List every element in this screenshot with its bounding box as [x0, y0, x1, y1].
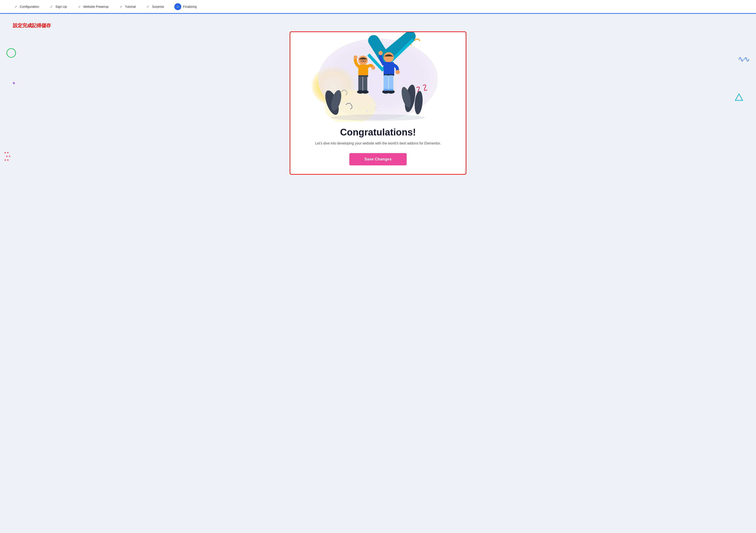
congrats-text-section: Congratulations! Let’s dive into develop…: [290, 122, 466, 165]
step-label-signup: Sign Up: [55, 5, 67, 9]
congrats-title: Congratulations!: [299, 127, 457, 138]
annotation-label: 設定完成記得儲存: [13, 22, 743, 29]
svg-point-20: [371, 66, 375, 70]
step-label-tutorial: Tutorial: [125, 5, 136, 9]
illustration-area: [290, 32, 466, 122]
step-label-surprise: Surprise: [152, 5, 164, 9]
step-tutorial[interactable]: ✓ Tutorial: [114, 5, 141, 9]
step-finalizing[interactable]: ☺ Finalizing: [169, 3, 202, 10]
svg-rect-36: [389, 89, 393, 91]
svg-point-26: [384, 52, 394, 63]
smiley-icon: ☺: [174, 3, 181, 10]
svg-point-7: [366, 110, 368, 112]
svg-rect-35: [384, 89, 388, 91]
svg-marker-0: [735, 94, 742, 100]
check-icon-signup: ✓: [49, 5, 54, 9]
deco-pink-dots: ● ● ● ● ● ●: [4, 151, 11, 162]
deco-purple-star: ✦: [12, 81, 16, 86]
svg-rect-27: [384, 62, 394, 75]
check-icon-website-powerup: ✓: [77, 5, 82, 9]
step-signup[interactable]: ✓ Sign Up: [44, 5, 72, 9]
celebration-illustration: [290, 32, 466, 122]
step-configuration[interactable]: ✓ Configuration: [9, 5, 44, 9]
congrats-subtitle: Let’s dive into developing your website …: [299, 140, 457, 146]
step-label-website-powerup: Website Powerup: [83, 5, 109, 9]
check-icon-configuration: ✓: [14, 5, 18, 9]
step-website-powerup[interactable]: ✓ Website Powerup: [72, 5, 114, 9]
svg-point-25: [362, 90, 369, 94]
stepper: ✓ Configuration ✓ Sign Up ✓ Website Powe…: [0, 0, 756, 14]
svg-point-13: [331, 114, 425, 121]
save-changes-button[interactable]: Save Changes: [349, 153, 407, 165]
svg-rect-32: [389, 75, 393, 91]
svg-rect-23: [363, 76, 367, 91]
svg-point-6: [375, 107, 377, 109]
svg-rect-22: [358, 76, 363, 91]
deco-cyan-triangle: [735, 93, 743, 102]
check-icon-tutorial: ✓: [119, 5, 123, 9]
svg-rect-31: [384, 75, 388, 91]
step-surprise[interactable]: ✓ Surprise: [141, 5, 169, 9]
deco-blue-zigzag: ∿∿: [738, 55, 749, 64]
deco-green-circle: [7, 48, 16, 58]
check-icon-surprise: ✓: [146, 5, 150, 9]
step-label-configuration: Configuration: [20, 5, 39, 9]
congrats-card: Congratulations! Let’s dive into develop…: [290, 32, 466, 175]
svg-point-19: [354, 55, 358, 59]
main-content: 設定完成記得儲存 ✦ ● ● ● ● ● ● ∿∿: [0, 14, 756, 183]
step-label-finalizing: Finalizing: [183, 5, 197, 9]
svg-point-29: [395, 70, 400, 74]
svg-point-28: [378, 51, 383, 55]
